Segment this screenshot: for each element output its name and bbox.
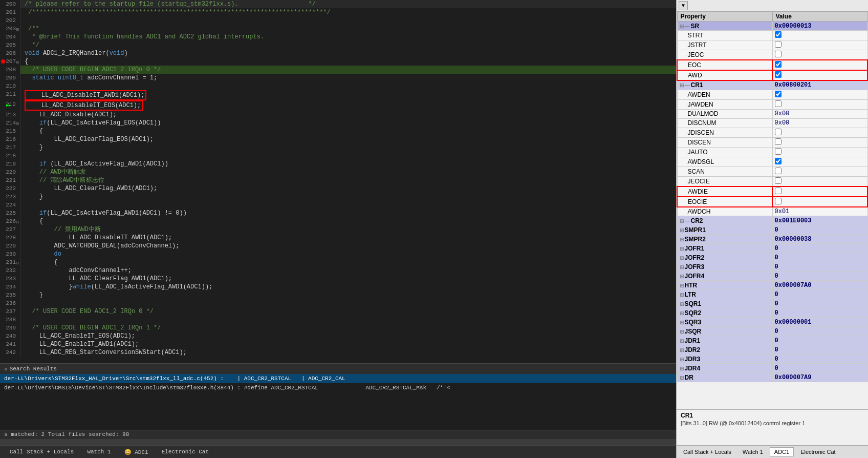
expand-icon-JDR4[interactable]: ⊞ — [680, 366, 684, 371]
checkbox-JSTRT[interactable] — [775, 41, 782, 48]
checkbox-AWDEN[interactable] — [775, 91, 782, 97]
checkbox-AWDSGL[interactable] — [775, 158, 782, 164]
checkbox-EOC[interactable] — [775, 61, 782, 68]
reg-row-JDR2[interactable]: ⊞JDR20 — [677, 345, 867, 355]
expand-icon-CR2[interactable]: ⊞ — [680, 218, 684, 224]
reg-value-JAUTO[interactable] — [772, 147, 867, 157]
reg-value-AWDSGL[interactable] — [772, 157, 867, 166]
expand-icon-LTR[interactable]: ⊞ — [680, 292, 684, 298]
checkbox-SCAN[interactable] — [775, 168, 782, 174]
reg-row-SMPR2[interactable]: ⊞SMPR20x00000038 — [677, 235, 867, 244]
reg-prop-STRT: STRT — [677, 31, 772, 40]
reg-prop-HTR: ⊞HTR — [677, 281, 772, 290]
reg-row-SR[interactable]: ⊞—SR0x00000013 — [677, 22, 867, 31]
reg-value-JEOCIE[interactable] — [772, 176, 867, 186]
code-line-223: 223 } — [0, 193, 676, 201]
reg-row-JOFR3[interactable]: ⊞JOFR30 — [677, 262, 867, 272]
expand-icon-JOFR4[interactable]: ⊞ — [680, 274, 684, 279]
reg-row-JOFR1[interactable]: ⊞JOFR10 — [677, 244, 867, 253]
reg-prop-DISCNUM: DISCNUM — [677, 118, 772, 128]
reg-row-JDR1[interactable]: ⊞JDR10 — [677, 336, 867, 345]
reg-prop-DUALMOD: DUALMOD — [677, 109, 772, 118]
bottom-results[interactable]: der-LL\Drivers\STM32Flxx_HAL_Driver\Src\… — [0, 374, 676, 430]
reg-row-JDR4[interactable]: ⊞JDR40 — [677, 364, 867, 373]
expand-icon-JDR2[interactable]: ⊞ — [680, 347, 684, 353]
expand-icon-DR[interactable]: ⊞ — [680, 375, 684, 381]
reg-row-SQR1[interactable]: ⊞SQR10 — [677, 299, 867, 308]
expand-icon-JOFR3[interactable]: ⊞ — [680, 264, 684, 270]
reg-value-AWDEN[interactable] — [772, 90, 867, 99]
expand-icon-JDR3[interactable]: ⊞ — [680, 357, 684, 362]
reg-row-LTR[interactable]: ⊞LTR0 — [677, 290, 867, 299]
reg-row-HTR[interactable]: ⊞HTR0x000007A0 — [677, 281, 867, 290]
expand-icon-SMPR1[interactable]: ⊞ — [680, 227, 684, 233]
checkbox-JDISCEN[interactable] — [775, 129, 782, 135]
reg-value-JEOC[interactable] — [772, 50, 867, 60]
reg-value-SR: 0x00000013 — [772, 22, 867, 31]
code-scroll[interactable]: 200/* please refer to the startup file (… — [0, 0, 676, 363]
reg-value-JSTRT[interactable] — [772, 40, 867, 50]
reg-row-JDR3[interactable]: ⊞JDR30 — [677, 355, 867, 364]
reg-row-JOFR4[interactable]: ⊞JOFR40 — [677, 272, 867, 281]
code-content[interactable]: 200/* please refer to the startup file (… — [0, 0, 676, 363]
checkbox-JEOCIE[interactable] — [775, 177, 782, 184]
reg-row-CR1[interactable]: ⊞—CR10x00800201 — [677, 80, 867, 90]
checkbox-AWDIE[interactable] — [775, 188, 782, 194]
bottom-tab-3[interactable]: Electronic Cat — [156, 447, 214, 456]
expand-icon-SQR1[interactable]: ⊞ — [680, 301, 684, 307]
reg-value-JDISCEN[interactable] — [772, 128, 867, 137]
reg-row-SQR3[interactable]: ⊞SQR30x00000001 — [677, 318, 867, 327]
right-tab-2[interactable]: ADC1 — [770, 447, 794, 456]
reg-row-JSQR[interactable]: ⊞JSQR0 — [677, 327, 867, 336]
bottom-panel-header: ✕ Search Results — [0, 364, 676, 374]
checkbox-AWD[interactable] — [775, 71, 782, 78]
bottom-tab-1[interactable]: Watch 1 — [81, 447, 116, 456]
expand-icon-HTR[interactable]: ⊞ — [680, 283, 684, 288]
checkbox-DISCEN[interactable] — [775, 138, 782, 145]
reg-prop-AWDEN: AWDEN — [677, 90, 772, 99]
reg-row-JOFR2[interactable]: ⊞JOFR20 — [677, 253, 867, 262]
expand-icon-JOFR2[interactable]: ⊞ — [680, 255, 684, 261]
expand-icon-SMPR2[interactable]: ⊞ — [680, 237, 684, 242]
bottom-tab-0[interactable]: Call Stack + Locals — [4, 447, 79, 456]
search-result-0[interactable]: der-LL\Drivers\STM32Flxx_HAL_Driver\Src\… — [0, 374, 676, 383]
register-table[interactable]: Property Value ⊞—SR0x00000013STRTJSTRTJE… — [677, 11, 868, 409]
code-line-210: 210 — [0, 82, 676, 90]
expand-icon-JOFR1[interactable]: ⊞ — [680, 246, 684, 252]
reg-value-JAWDEN[interactable] — [772, 99, 867, 109]
right-tab-0[interactable]: Call Stack + Locals — [679, 447, 736, 456]
reg-prop-DISCEN: DISCEN — [677, 137, 772, 147]
search-result-1[interactable]: der-LL\Drivers\CMSIS\Device\ST\STM32Flxx… — [0, 383, 676, 392]
panel-close-icon[interactable]: ✕ — [4, 366, 8, 372]
reg-value-EOC[interactable] — [772, 60, 867, 70]
reg-value-AWD[interactable] — [772, 70, 867, 80]
reg-row-JAUTO: JAUTO — [677, 147, 867, 157]
reg-row-CR2[interactable]: ⊞—CR20x001E0003 — [677, 216, 867, 225]
checkbox-JEOC[interactable] — [775, 51, 782, 57]
expand-icon-SQR2[interactable]: ⊞ — [680, 310, 684, 316]
right-tab-1[interactable]: Watch 1 — [738, 447, 768, 456]
checkbox-JAWDEN[interactable] — [775, 100, 782, 107]
reg-value-AWDIE[interactable] — [772, 186, 867, 197]
checkbox-JAUTO[interactable] — [775, 148, 782, 155]
expand-icon-CR1[interactable]: ⊞ — [680, 82, 684, 88]
reg-row-SMPR1[interactable]: ⊞SMPR10 — [677, 225, 867, 235]
reg-row-SQR2[interactable]: ⊞SQR20 — [677, 308, 867, 318]
expand-icon-SQR3[interactable]: ⊞ — [680, 320, 684, 325]
reg-value-EOCIE[interactable] — [772, 197, 867, 207]
reg-value-DISCEN[interactable] — [772, 137, 867, 147]
reg-value-SCAN[interactable] — [772, 166, 867, 176]
bottom-scrollbar-h[interactable] — [0, 439, 676, 445]
right-tab-3[interactable]: Electronic Cat — [796, 447, 840, 456]
expand-icon-JDR1[interactable]: ⊞ — [680, 338, 684, 344]
expand-icon-JSQR[interactable]: ⊞ — [680, 329, 684, 335]
reg-row-DR[interactable]: ⊞DR0x000007A9 — [677, 373, 867, 382]
checkbox-STRT[interactable] — [775, 31, 782, 38]
reg-prop-LTR: ⊞LTR — [677, 290, 772, 299]
reg-value-DUALMOD: 0x00 — [772, 109, 867, 118]
toolbar-dropdown-btn[interactable]: ▼ — [679, 1, 688, 10]
checkbox-EOCIE[interactable] — [775, 198, 782, 204]
reg-value-STRT[interactable] — [772, 31, 867, 40]
expand-icon-SR[interactable]: ⊞ — [680, 24, 684, 29]
bottom-tab-2[interactable]: 😀 ADC1 — [119, 447, 154, 457]
